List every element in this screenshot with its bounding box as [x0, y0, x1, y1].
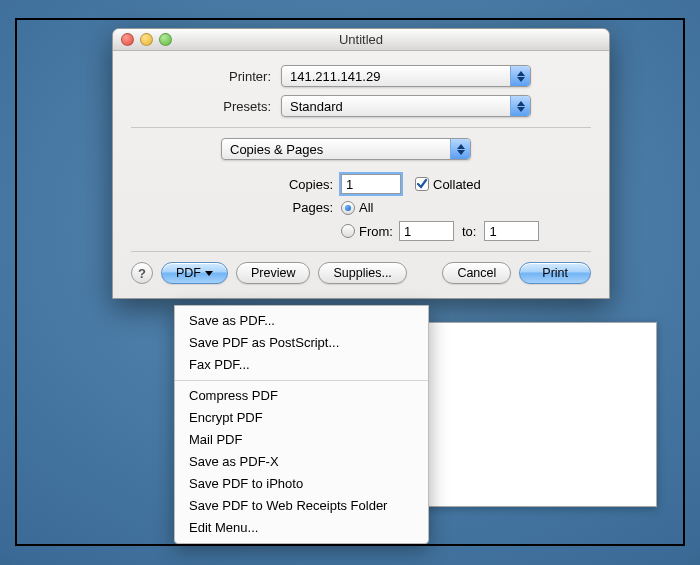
titlebar: Untitled: [113, 29, 609, 51]
pages-from-label: From:: [359, 224, 393, 239]
pages-to-input[interactable]: [484, 221, 539, 241]
pages-all-label: All: [359, 200, 373, 215]
print-button[interactable]: Print: [519, 262, 591, 284]
updown-arrows-icon: [450, 139, 470, 159]
supplies-button[interactable]: Supplies...: [318, 262, 406, 284]
updown-arrows-icon: [510, 96, 530, 116]
pages-from-radio[interactable]: [341, 224, 355, 238]
updown-arrows-icon: [510, 66, 530, 86]
section-select[interactable]: Copies & Pages: [221, 138, 471, 160]
printer-select[interactable]: 141.211.141.29: [281, 65, 531, 87]
menu-separator: [175, 380, 428, 381]
background-document: [397, 322, 657, 507]
pages-label: Pages:: [281, 200, 341, 215]
pdf-button-label: PDF: [176, 263, 201, 283]
window-controls: [121, 33, 172, 46]
printer-label: Printer:: [131, 69, 281, 84]
menu-item-mail-pdf[interactable]: Mail PDF: [175, 429, 428, 451]
dialog-content: Printer: 141.211.141.29 Presets: Standar…: [113, 51, 609, 298]
printer-value: 141.211.141.29: [290, 69, 380, 84]
menu-item-edit-menu[interactable]: Edit Menu...: [175, 517, 428, 539]
triangle-down-icon: [205, 271, 213, 276]
help-button[interactable]: ?: [131, 262, 153, 284]
button-row: ? PDF Preview Supplies... Cancel Print: [131, 262, 591, 284]
preview-button[interactable]: Preview: [236, 262, 310, 284]
copies-label: Copies:: [281, 177, 341, 192]
zoom-icon[interactable]: [159, 33, 172, 46]
pages-all-radio[interactable]: [341, 201, 355, 215]
print-dialog: Untitled Printer: 141.211.141.29 Presets…: [112, 28, 610, 299]
section-value: Copies & Pages: [230, 142, 323, 157]
cancel-button[interactable]: Cancel: [442, 262, 511, 284]
copies-input[interactable]: [341, 174, 401, 194]
minimize-icon[interactable]: [140, 33, 153, 46]
divider: [131, 251, 591, 252]
menu-item-compress-pdf[interactable]: Compress PDF: [175, 385, 428, 407]
menu-item-save-pdf-postscript[interactable]: Save PDF as PostScript...: [175, 332, 428, 354]
menu-item-fax-pdf[interactable]: Fax PDF...: [175, 354, 428, 376]
presets-label: Presets:: [131, 99, 281, 114]
close-icon[interactable]: [121, 33, 134, 46]
presets-select[interactable]: Standard: [281, 95, 531, 117]
pages-from-input[interactable]: [399, 221, 454, 241]
menu-item-save-as-pdfx[interactable]: Save as PDF-X: [175, 451, 428, 473]
menu-item-save-as-pdf[interactable]: Save as PDF...: [175, 310, 428, 332]
pages-to-label: to:: [454, 224, 484, 239]
pdf-menu-button[interactable]: PDF: [161, 262, 228, 284]
divider: [131, 127, 591, 128]
presets-value: Standard: [290, 99, 343, 114]
pdf-dropdown-menu: Save as PDF... Save PDF as PostScript...…: [174, 305, 429, 544]
menu-item-save-pdf-web-receipts[interactable]: Save PDF to Web Receipts Folder: [175, 495, 428, 517]
window-title: Untitled: [339, 32, 383, 47]
collated-checkbox[interactable]: [415, 177, 429, 191]
menu-item-encrypt-pdf[interactable]: Encrypt PDF: [175, 407, 428, 429]
menu-item-save-pdf-iphoto[interactable]: Save PDF to iPhoto: [175, 473, 428, 495]
collated-label: Collated: [433, 177, 481, 192]
